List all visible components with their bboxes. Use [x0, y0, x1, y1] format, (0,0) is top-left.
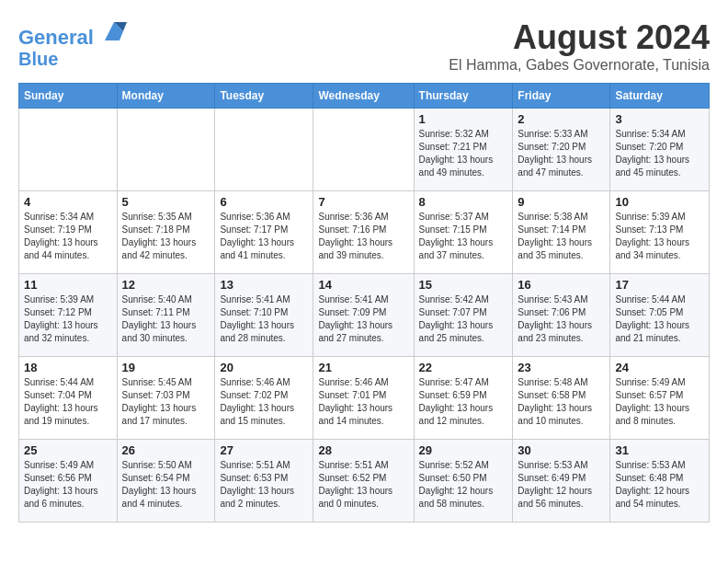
- calendar-cell: 10Sunrise: 5:39 AMSunset: 7:13 PMDayligh…: [610, 191, 710, 274]
- day-info: Sunrise: 5:46 AMSunset: 7:02 PMDaylight:…: [220, 376, 308, 428]
- weekday-header: Thursday: [414, 84, 513, 109]
- calendar-cell: 28Sunrise: 5:51 AMSunset: 6:52 PMDayligh…: [313, 440, 414, 523]
- day-number: 10: [615, 195, 704, 209]
- day-number: 16: [518, 278, 605, 292]
- day-info: Sunrise: 5:53 AMSunset: 6:48 PMDaylight:…: [615, 459, 704, 511]
- day-info: Sunrise: 5:34 AMSunset: 7:19 PMDaylight:…: [24, 211, 112, 262]
- day-info: Sunrise: 5:46 AMSunset: 7:01 PMDaylight:…: [318, 376, 408, 428]
- calendar-table: SundayMondayTuesdayWednesdayThursdayFrid…: [18, 83, 710, 523]
- day-info: Sunrise: 5:51 AMSunset: 6:53 PMDaylight:…: [220, 459, 308, 511]
- day-number: 3: [615, 112, 704, 126]
- day-info: Sunrise: 5:41 AMSunset: 7:10 PMDaylight:…: [220, 293, 308, 345]
- calendar-cell: [215, 109, 313, 191]
- day-number: 27: [220, 443, 308, 457]
- day-info: Sunrise: 5:43 AMSunset: 7:06 PMDaylight:…: [518, 293, 605, 345]
- day-info: Sunrise: 5:47 AMSunset: 6:59 PMDaylight:…: [419, 376, 508, 428]
- weekday-header: Tuesday: [215, 84, 313, 109]
- day-info: Sunrise: 5:37 AMSunset: 7:15 PMDaylight:…: [419, 211, 508, 262]
- day-number: 18: [24, 361, 112, 374]
- calendar-cell: 18Sunrise: 5:44 AMSunset: 7:04 PMDayligh…: [19, 357, 118, 440]
- day-number: 15: [419, 278, 508, 292]
- day-info: Sunrise: 5:45 AMSunset: 7:03 PMDaylight:…: [122, 376, 210, 428]
- weekday-header: Sunday: [19, 84, 118, 109]
- calendar-cell: [313, 109, 414, 191]
- calendar-cell: 8Sunrise: 5:37 AMSunset: 7:15 PMDaylight…: [414, 191, 513, 274]
- calendar-week-row: 18Sunrise: 5:44 AMSunset: 7:04 PMDayligh…: [19, 357, 710, 440]
- logo: General Blue: [18, 18, 127, 69]
- calendar-cell: 23Sunrise: 5:48 AMSunset: 6:58 PMDayligh…: [513, 357, 610, 440]
- day-info: Sunrise: 5:34 AMSunset: 7:20 PMDaylight:…: [615, 128, 704, 179]
- calendar-cell: [117, 109, 215, 191]
- calendar-cell: 12Sunrise: 5:40 AMSunset: 7:11 PMDayligh…: [117, 274, 215, 357]
- calendar-cell: 25Sunrise: 5:49 AMSunset: 6:56 PMDayligh…: [19, 440, 118, 523]
- title-block: August 2024 El Hamma, Gabes Governorate,…: [449, 18, 710, 74]
- calendar-cell: 30Sunrise: 5:53 AMSunset: 6:49 PMDayligh…: [513, 440, 610, 523]
- weekday-header: Monday: [117, 84, 215, 109]
- day-info: Sunrise: 5:48 AMSunset: 6:58 PMDaylight:…: [518, 376, 605, 428]
- calendar-cell: 15Sunrise: 5:42 AMSunset: 7:07 PMDayligh…: [414, 274, 513, 357]
- day-number: 26: [122, 443, 210, 457]
- month-title: August 2024: [449, 18, 710, 57]
- calendar-cell: 16Sunrise: 5:43 AMSunset: 7:06 PMDayligh…: [513, 274, 610, 357]
- day-number: 23: [518, 361, 605, 374]
- day-info: Sunrise: 5:38 AMSunset: 7:14 PMDaylight:…: [518, 211, 605, 262]
- calendar-cell: 7Sunrise: 5:36 AMSunset: 7:16 PMDaylight…: [313, 191, 414, 274]
- calendar-week-row: 4Sunrise: 5:34 AMSunset: 7:19 PMDaylight…: [19, 191, 710, 274]
- day-info: Sunrise: 5:49 AMSunset: 6:57 PMDaylight:…: [615, 376, 704, 428]
- day-info: Sunrise: 5:49 AMSunset: 6:56 PMDaylight:…: [24, 459, 112, 511]
- day-number: 9: [518, 195, 605, 209]
- day-info: Sunrise: 5:41 AMSunset: 7:09 PMDaylight:…: [318, 293, 408, 345]
- calendar-week-row: 25Sunrise: 5:49 AMSunset: 6:56 PMDayligh…: [19, 440, 710, 523]
- logo-text: General: [18, 18, 127, 49]
- day-info: Sunrise: 5:44 AMSunset: 7:05 PMDaylight:…: [615, 293, 704, 345]
- calendar-cell: 5Sunrise: 5:35 AMSunset: 7:18 PMDaylight…: [117, 191, 215, 274]
- logo-icon: [101, 18, 127, 44]
- calendar-cell: 6Sunrise: 5:36 AMSunset: 7:17 PMDaylight…: [215, 191, 313, 274]
- day-number: 14: [318, 278, 408, 292]
- day-number: 11: [24, 278, 112, 292]
- weekday-header: Saturday: [610, 84, 710, 109]
- calendar-cell: 19Sunrise: 5:45 AMSunset: 7:03 PMDayligh…: [117, 357, 215, 440]
- day-info: Sunrise: 5:42 AMSunset: 7:07 PMDaylight:…: [419, 293, 508, 345]
- calendar-cell: 21Sunrise: 5:46 AMSunset: 7:01 PMDayligh…: [313, 357, 414, 440]
- calendar-cell: 31Sunrise: 5:53 AMSunset: 6:48 PMDayligh…: [610, 440, 710, 523]
- day-number: 12: [122, 278, 210, 292]
- weekday-header: Friday: [513, 84, 610, 109]
- logo-subtext: Blue: [18, 49, 127, 69]
- day-info: Sunrise: 5:36 AMSunset: 7:16 PMDaylight:…: [318, 211, 408, 262]
- day-info: Sunrise: 5:36 AMSunset: 7:17 PMDaylight:…: [220, 211, 308, 262]
- day-info: Sunrise: 5:40 AMSunset: 7:11 PMDaylight:…: [122, 293, 210, 345]
- day-number: 5: [122, 195, 210, 209]
- day-info: Sunrise: 5:50 AMSunset: 6:54 PMDaylight:…: [122, 459, 210, 511]
- day-info: Sunrise: 5:33 AMSunset: 7:20 PMDaylight:…: [518, 128, 605, 179]
- day-number: 2: [518, 112, 605, 126]
- day-info: Sunrise: 5:52 AMSunset: 6:50 PMDaylight:…: [419, 459, 508, 511]
- day-number: 21: [318, 361, 408, 374]
- calendar-cell: 11Sunrise: 5:39 AMSunset: 7:12 PMDayligh…: [19, 274, 118, 357]
- calendar-cell: 26Sunrise: 5:50 AMSunset: 6:54 PMDayligh…: [117, 440, 215, 523]
- calendar-week-row: 1Sunrise: 5:32 AMSunset: 7:21 PMDaylight…: [19, 109, 710, 191]
- day-info: Sunrise: 5:39 AMSunset: 7:12 PMDaylight:…: [24, 293, 112, 345]
- calendar-cell: [19, 109, 118, 191]
- day-info: Sunrise: 5:53 AMSunset: 6:49 PMDaylight:…: [518, 459, 605, 511]
- day-number: 28: [318, 443, 408, 457]
- day-number: 8: [419, 195, 508, 209]
- day-info: Sunrise: 5:39 AMSunset: 7:13 PMDaylight:…: [615, 211, 704, 262]
- calendar-cell: 1Sunrise: 5:32 AMSunset: 7:21 PMDaylight…: [414, 109, 513, 191]
- calendar-cell: 29Sunrise: 5:52 AMSunset: 6:50 PMDayligh…: [414, 440, 513, 523]
- day-number: 24: [615, 361, 704, 374]
- day-number: 31: [615, 443, 704, 457]
- day-number: 20: [220, 361, 308, 374]
- calendar-cell: 4Sunrise: 5:34 AMSunset: 7:19 PMDaylight…: [19, 191, 118, 274]
- day-number: 7: [318, 195, 408, 209]
- calendar-cell: 22Sunrise: 5:47 AMSunset: 6:59 PMDayligh…: [414, 357, 513, 440]
- location-title: El Hamma, Gabes Governorate, Tunisia: [449, 57, 710, 74]
- day-info: Sunrise: 5:44 AMSunset: 7:04 PMDaylight:…: [24, 376, 112, 428]
- day-number: 17: [615, 278, 704, 292]
- day-number: 29: [419, 443, 508, 457]
- calendar-cell: 27Sunrise: 5:51 AMSunset: 6:53 PMDayligh…: [215, 440, 313, 523]
- day-number: 22: [419, 361, 508, 374]
- day-info: Sunrise: 5:32 AMSunset: 7:21 PMDaylight:…: [419, 128, 508, 179]
- calendar-cell: 9Sunrise: 5:38 AMSunset: 7:14 PMDaylight…: [513, 191, 610, 274]
- day-number: 19: [122, 361, 210, 374]
